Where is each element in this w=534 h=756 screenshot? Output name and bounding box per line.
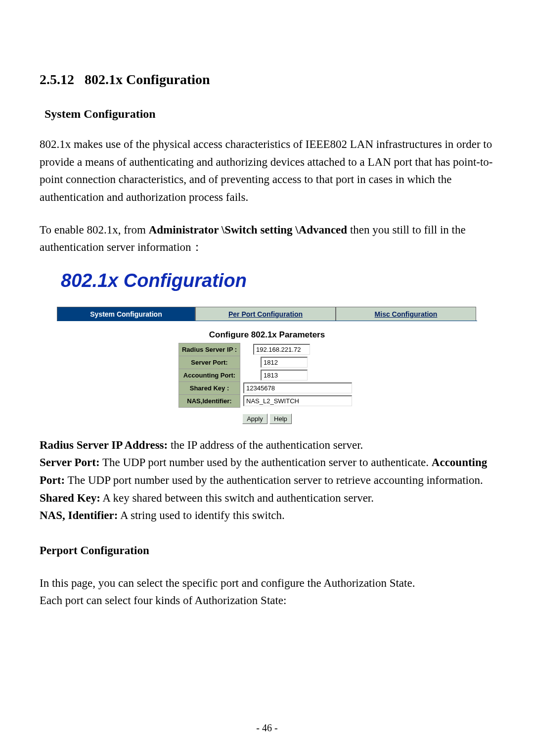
para2-prefix: To enable 802.1x, from	[40, 224, 149, 236]
label-desc-nas: NAS, Identifier:	[40, 509, 118, 521]
para2-bold: Administrator \Switch setting \Advanced	[149, 224, 347, 236]
label-accounting-port: Accounting Port:	[178, 369, 240, 381]
help-button[interactable]: Help	[269, 414, 292, 424]
section-title: 802.1x Configuration	[85, 72, 210, 87]
input-radius-ip[interactable]	[253, 344, 310, 355]
label-desc-server-port: Server Port:	[40, 456, 100, 469]
label-desc-radius: Radius Server IP Address:	[40, 439, 168, 451]
paragraph-enable: To enable 802.1x, from Administrator \Sw…	[40, 221, 494, 256]
text-desc-server-port: The UDP port number used by the authenti…	[100, 456, 432, 469]
input-accounting-port[interactable]	[261, 370, 308, 380]
label-radius-ip: Radius Server IP :	[178, 343, 240, 356]
label-desc-shared-key: Shared Key:	[40, 492, 100, 504]
tab-misc-configuration[interactable]: Misc Configuration	[336, 307, 476, 321]
section-number: 2.5.12	[40, 72, 74, 87]
apply-button[interactable]: Apply	[242, 414, 267, 424]
sub-heading-system-config: System Configuration	[44, 107, 494, 121]
page-number: - 46 -	[0, 722, 534, 734]
label-nas-identifier: NAS,Identifier:	[178, 394, 240, 407]
label-server-port: Server Port:	[178, 356, 240, 369]
tab-bar: System Configuration Per Port Configurat…	[57, 307, 477, 321]
sub-heading-perport: Perport Configuration	[40, 542, 494, 560]
input-nas-identifier[interactable]	[243, 395, 352, 406]
input-server-port[interactable]	[261, 357, 308, 368]
paragraph-intro: 802.1x makes use of the physical access …	[40, 136, 494, 206]
text-desc-radius: the IP address of the authentication ser…	[168, 439, 363, 451]
input-shared-key[interactable]	[243, 382, 352, 393]
tab-per-port-configuration[interactable]: Per Port Configuration	[195, 307, 336, 321]
paragraph-perport-2: Each port can select four kinds of Autho…	[40, 592, 494, 610]
text-desc-nas: A string used to identify this switch.	[118, 509, 284, 521]
paragraph-perport-1: In this page, you can select the specifi…	[40, 574, 494, 592]
text-desc-accounting: The UDP port number used by the authenti…	[65, 474, 483, 486]
parameters-table: Radius Server IP : Server Port: Accounti…	[178, 343, 356, 408]
text-desc-shared: A key shared between this switch and aut…	[100, 492, 374, 504]
panel-title: 802.1x Configuration	[57, 267, 477, 294]
field-descriptions: Radius Server IP Address: the IP address…	[40, 436, 494, 524]
section-heading: 2.5.12 802.1x Configuration	[40, 72, 494, 88]
parameters-title: Configure 802.1x Parameters	[57, 330, 477, 340]
label-shared-key: Shared Key :	[178, 381, 240, 394]
tab-system-configuration[interactable]: System Configuration	[57, 307, 195, 321]
config-screenshot: 802.1x Configuration System Configuratio…	[49, 261, 485, 431]
